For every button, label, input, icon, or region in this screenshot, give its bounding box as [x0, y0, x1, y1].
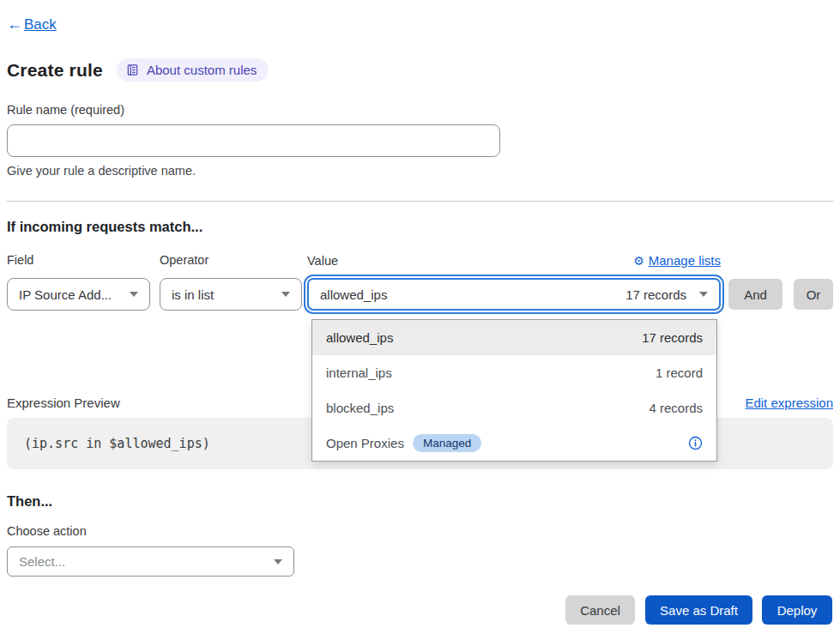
value-select[interactable]: allowed_ips 17 records: [307, 278, 721, 311]
footer-actions: Cancel Save as Draft Deploy: [7, 595, 833, 625]
lists-dropdown-panel: allowed_ips 17 records internal_ips 1 re…: [311, 319, 717, 462]
value-select-selected: allowed_ips: [320, 287, 387, 302]
choose-action-label: Choose action: [7, 524, 833, 538]
cancel-button[interactable]: Cancel: [565, 595, 635, 625]
manage-lists-link[interactable]: ⚙ Manage lists: [633, 253, 721, 268]
or-button[interactable]: Or: [794, 279, 833, 310]
operator-label: Operator: [160, 253, 307, 268]
value-label-row: Value ⚙ Manage lists: [307, 253, 721, 268]
list-option-internal-ips[interactable]: internal_ips 1 record: [312, 355, 716, 390]
page-title: Create rule: [7, 60, 103, 81]
field-label: Field: [7, 253, 160, 268]
and-button[interactable]: And: [728, 279, 783, 310]
about-custom-rules-link[interactable]: About custom rules: [117, 58, 269, 82]
create-rule-page: ←Back Create rule About custom rules Rul…: [0, 0, 840, 634]
expression-preview-label: Expression Preview: [7, 395, 120, 410]
chevron-down-icon: [274, 559, 282, 565]
operator-select-value: is in list: [172, 287, 214, 302]
action-select-placeholder: Select...: [19, 554, 65, 569]
edit-expression-link[interactable]: Edit expression: [745, 395, 833, 410]
chevron-down-icon: [281, 292, 290, 297]
condition-builder: Field Operator Value ⚙ Manage lists IP S…: [7, 253, 833, 311]
list-option-blocked-ips[interactable]: blocked_ips 4 records: [312, 390, 716, 426]
action-select[interactable]: Select...: [7, 546, 294, 577]
list-option-left: Open Proxies Managed: [326, 434, 481, 452]
chevron-down-icon: [699, 292, 708, 297]
section-divider: [7, 201, 833, 202]
gear-icon: ⚙: [633, 254, 644, 268]
deploy-button[interactable]: Deploy: [762, 595, 832, 625]
list-option-name: allowed_ips: [326, 330, 393, 345]
builder-controls-row: IP Source Add... is in list allowed_ips …: [7, 278, 833, 311]
list-option-allowed-ips[interactable]: allowed_ips 17 records: [312, 320, 716, 355]
value-column: allowed_ips 17 records allowed_ips 17 re…: [307, 278, 721, 311]
chevron-down-icon: [130, 292, 138, 297]
list-option-name: internal_ips: [326, 365, 392, 380]
rule-name-helper: Give your rule a descriptive name.: [7, 164, 833, 178]
builder-labels-row: Field Operator Value ⚙ Manage lists: [7, 253, 833, 268]
expression-code: (ip.src in $allowed_ips): [24, 436, 210, 451]
list-option-name: blocked_ips: [326, 401, 394, 415]
book-icon: [126, 63, 139, 76]
value-select-count: 17 records: [625, 287, 686, 302]
info-icon[interactable]: [688, 436, 703, 450]
manage-lists-label: Manage lists: [649, 253, 721, 268]
list-option-count: 4 records: [649, 401, 703, 415]
value-label: Value: [307, 254, 338, 268]
managed-badge: Managed: [413, 434, 481, 452]
value-select-right: 17 records: [625, 287, 708, 302]
about-custom-rules-label: About custom rules: [147, 63, 257, 77]
operator-select[interactable]: is in list: [160, 278, 302, 311]
title-row: Create rule About custom rules: [7, 58, 833, 82]
back-link[interactable]: ←Back: [7, 15, 57, 33]
rule-name-input[interactable]: [7, 124, 500, 157]
back-arrow-icon: ←: [7, 15, 22, 33]
list-option-name: Open Proxies: [326, 436, 404, 450]
list-option-open-proxies[interactable]: Open Proxies Managed: [312, 426, 716, 461]
match-section-heading: If incoming requests match...: [7, 219, 833, 235]
rule-name-label: Rule name (required): [7, 103, 833, 117]
save-as-draft-button[interactable]: Save as Draft: [645, 595, 752, 625]
field-select[interactable]: IP Source Add...: [7, 278, 150, 311]
back-link-label: Back: [24, 16, 57, 33]
list-option-count: 1 record: [656, 365, 703, 380]
then-section-heading: Then...: [7, 493, 833, 510]
field-select-value: IP Source Add...: [19, 287, 112, 302]
list-option-count: 17 records: [642, 330, 703, 345]
